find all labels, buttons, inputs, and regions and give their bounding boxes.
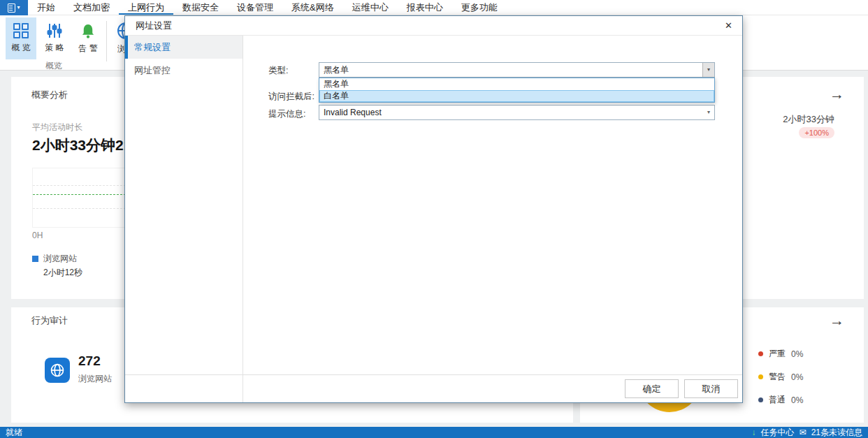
dropdown-option-blacklist[interactable]: 黑名单 xyxy=(319,78,714,90)
browse-site-count: 272 xyxy=(78,353,101,369)
ribbon-alert-button[interactable]: 告 警 xyxy=(73,17,103,59)
status-bar-right: ↓ 任务中心 ✉ 21条未读信息 xyxy=(752,427,862,438)
download-arrow-icon: ↓ xyxy=(752,428,756,437)
ribbon-policy-button[interactable]: 策 略 xyxy=(39,17,70,59)
severity-row-warning: 警告 0% xyxy=(758,371,803,383)
menu-item-report-center[interactable]: 报表中心 xyxy=(398,0,452,15)
chart-legend: 浏览网站 xyxy=(32,253,77,265)
footer-divider xyxy=(125,374,742,375)
bell-icon xyxy=(80,23,96,39)
menu-item-data-security[interactable]: 数据安全 xyxy=(173,0,228,15)
chevron-down-icon[interactable]: ▾ xyxy=(702,63,714,77)
warning-value: 0% xyxy=(791,372,803,382)
type-dropdown-list: 黑名单 白名单 xyxy=(319,78,715,103)
type-label: 类型: xyxy=(268,65,288,77)
critical-label: 严重 xyxy=(769,348,786,360)
globe-icon xyxy=(50,363,65,378)
severity-row-normal: 普通 0% xyxy=(758,394,803,406)
menu-item-ops-center[interactable]: 运维中心 xyxy=(343,0,398,15)
dialog-sidebar: 常规设置 网址管控 xyxy=(125,36,243,402)
dropdown-option-whitelist[interactable]: 白名单 xyxy=(319,90,714,102)
envelope-icon: ✉ xyxy=(800,428,806,437)
ribbon-alert-label: 告 警 xyxy=(78,43,97,54)
ribbon-group-label: 概览 xyxy=(6,60,102,72)
close-icon[interactable]: ✕ xyxy=(725,16,732,36)
dialog-title-bar: 网址设置 ✕ xyxy=(125,16,742,36)
intercept-label: 访问拦截后: xyxy=(268,91,314,103)
sidebar-item-url-control[interactable]: 网址管控 xyxy=(125,59,243,82)
menu-item-more-features[interactable]: 更多功能 xyxy=(452,0,507,15)
app-menu-button[interactable]: ▾ xyxy=(0,0,28,15)
menu-item-doc-encrypt[interactable]: 文档加密 xyxy=(64,0,119,15)
audit-card-title: 行为审计 xyxy=(31,314,68,327)
cancel-button[interactable]: 取消 xyxy=(684,379,738,398)
normal-value: 0% xyxy=(791,395,803,405)
chevron-down-icon: ▾ xyxy=(707,105,710,119)
menu-item-start[interactable]: 开始 xyxy=(28,0,64,15)
app-window: ▾ 开始 文档加密 上网行为 数据安全 设备管理 系统&网络 运维中心 报表中心… xyxy=(0,0,868,438)
type-select-value: 黑名单 xyxy=(324,65,349,75)
message-label: 提示信息: xyxy=(268,108,305,120)
chart-axis-tick: 0H xyxy=(32,231,43,240)
sidebar-item-general-settings[interactable]: 常规设置 xyxy=(125,36,243,59)
legend-square-icon xyxy=(32,256,38,262)
trend-delta-badge: +100% xyxy=(799,127,834,138)
avg-duration-label: 平均活动时长 xyxy=(32,122,82,133)
status-ready-text: 就绪 xyxy=(6,427,22,438)
top-menu-bar: ▾ 开始 文档加密 上网行为 数据安全 设备管理 系统&网络 运维中心 报表中心… xyxy=(0,0,868,15)
message-select-value: Invalid Request xyxy=(324,108,382,117)
menu-item-system-network[interactable]: 系统&网络 xyxy=(282,0,343,15)
critical-value: 0% xyxy=(791,349,803,359)
ribbon-divider xyxy=(106,21,107,61)
legend-series-value: 2小时12秒 xyxy=(43,267,82,279)
normal-label: 普通 xyxy=(769,394,786,406)
unread-messages-link[interactable]: 21条未读信息 xyxy=(811,427,862,438)
task-center-link[interactable]: 任务中心 xyxy=(761,427,795,438)
type-select[interactable]: 黑名单 ▾ xyxy=(319,62,715,78)
overview-grid-icon xyxy=(13,23,29,38)
normal-dot-icon xyxy=(758,397,763,402)
browse-site-tile[interactable] xyxy=(45,358,70,383)
menu-item-web-behavior[interactable]: 上网行为 xyxy=(119,0,173,15)
sliders-icon xyxy=(46,23,63,38)
legend-series-name: 浏览网站 xyxy=(43,253,77,265)
app-caret-down-icon: ▾ xyxy=(17,5,20,10)
critical-dot-icon xyxy=(758,351,763,356)
ribbon-overview-button[interactable]: 概 览 xyxy=(6,17,36,59)
warning-dot-icon xyxy=(758,374,763,379)
browse-site-label: 浏览网站 xyxy=(78,373,112,385)
arrow-right-icon[interactable]: → xyxy=(830,87,844,101)
ok-button[interactable]: 确定 xyxy=(625,379,679,398)
url-settings-dialog: 网址设置 ✕ 常规设置 网址管控 类型: 黑名单 ▾ 访问拦截后: 提示信息: … xyxy=(124,15,743,403)
arrow-right-icon[interactable]: → xyxy=(830,313,844,328)
warning-label: 警告 xyxy=(769,371,786,383)
ribbon-policy-label: 策 略 xyxy=(45,42,64,54)
trend-value: 2小时33分钟 xyxy=(783,113,834,126)
message-select[interactable]: Invalid Request ▾ xyxy=(319,105,715,120)
summary-card-title: 概要分析 xyxy=(31,89,68,101)
dialog-title: 网址设置 xyxy=(136,16,172,36)
severity-row-critical: 严重 0% xyxy=(758,348,803,360)
menu-item-device-mgmt[interactable]: 设备管理 xyxy=(228,0,282,15)
status-bar: 就绪 ↓ 任务中心 ✉ 21条未读信息 xyxy=(0,427,868,438)
ribbon-overview-label: 概 览 xyxy=(11,42,30,54)
app-document-icon xyxy=(8,3,15,13)
